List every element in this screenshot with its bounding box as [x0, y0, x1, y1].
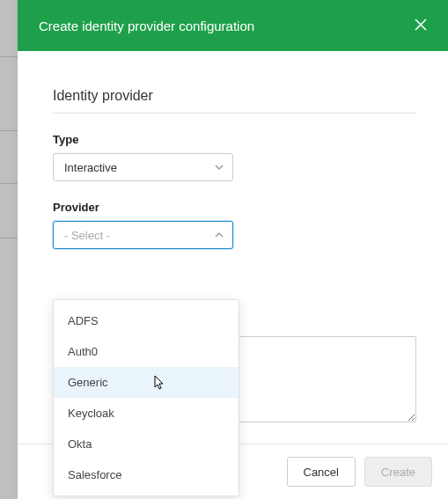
- chevron-up-icon: [215, 231, 224, 239]
- section-heading: Identity provider: [53, 88, 416, 114]
- provider-option[interactable]: Keycloak: [54, 398, 239, 429]
- cursor-pointer-icon: [150, 374, 165, 393]
- provider-label: Provider: [53, 201, 416, 214]
- close-button[interactable]: [411, 15, 430, 37]
- provider-option[interactable]: Generic: [54, 367, 239, 398]
- create-button[interactable]: Create: [364, 457, 432, 487]
- panel-title: Create identity provider configuration: [39, 18, 254, 33]
- provider-option[interactable]: Salesforce: [54, 459, 239, 490]
- provider-field: Provider - Select - ADFSAuth0GenericKeyc…: [53, 201, 416, 249]
- modal-backdrop: [0, 0, 18, 499]
- provider-option[interactable]: Okta: [54, 429, 239, 459]
- type-select-value: Interactive: [64, 161, 117, 174]
- type-select[interactable]: Interactive: [53, 153, 233, 181]
- chevron-down-icon: [215, 163, 224, 172]
- provider-select[interactable]: - Select -: [53, 221, 233, 249]
- provider-select-placeholder: - Select -: [64, 229, 110, 242]
- type-field: Type Interactive: [53, 133, 416, 181]
- panel-header: Create identity provider configuration: [18, 0, 448, 51]
- provider-option[interactable]: Auth0: [54, 336, 239, 367]
- cancel-button[interactable]: Cancel: [287, 457, 356, 487]
- panel-body: Identity provider Type Interactive Provi…: [18, 51, 448, 444]
- provider-dropdown[interactable]: ADFSAuth0GenericKeycloakOktaSalesforce: [53, 299, 239, 496]
- provider-option[interactable]: ADFS: [54, 305, 239, 336]
- close-icon: [415, 18, 427, 33]
- type-label: Type: [53, 133, 416, 146]
- create-idp-panel: Create identity provider configuration I…: [18, 0, 448, 499]
